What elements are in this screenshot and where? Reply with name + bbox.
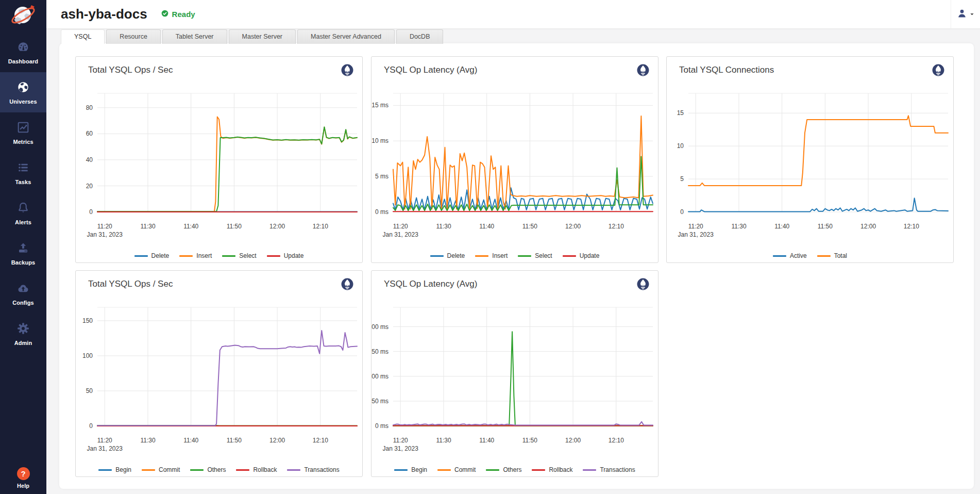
legend-swatch [236,469,249,471]
svg-text:11:50: 11:50 [522,437,537,444]
legend-item-transactions[interactable]: Transactions [583,466,635,473]
legend-item-active[interactable]: Active [773,252,807,259]
tab-resource[interactable]: Resource [106,29,161,44]
chart-canvas-ysql-latency-txn[interactable]: 0 ms50 ms100 ms150 ms200 ms11:2011:3011:… [371,271,659,477]
svg-text:Jan 31, 2023: Jan 31, 2023 [87,445,123,452]
sidebar-item-backups[interactable]: Backups [0,233,46,273]
legend-swatch [583,469,596,471]
svg-text:12:00: 12:00 [269,437,285,444]
svg-text:0 ms: 0 ms [375,208,388,216]
svg-text:15 ms: 15 ms [371,102,388,109]
sidebar-item-tasks[interactable]: Tasks [0,153,46,193]
legend-item-begin[interactable]: Begin [98,466,131,473]
chart-canvas-ysql-ops-txn[interactable]: 05010015011:2011:3011:4011:5012:0012:10J… [76,271,363,477]
legend-swatch [563,255,576,257]
bell-icon [16,201,30,217]
tab-ysql[interactable]: YSQL [61,29,105,44]
chart-icon [16,121,30,136]
legend-swatch [287,469,300,471]
legend-label: Active [790,252,807,259]
svg-text:11:20: 11:20 [97,223,112,230]
legend-swatch [222,255,235,257]
legend-swatch [773,255,786,257]
sidebar-item-alerts[interactable]: Alerts [0,193,46,233]
question-icon: ? [17,467,30,480]
sidebar-item-admin[interactable]: Admin [0,314,46,354]
user-menu[interactable] [951,0,980,28]
tab-master-server-advanced[interactable]: Master Server Advanced [297,29,395,44]
legend-item-rollback[interactable]: Rollback [236,466,277,473]
cloud-upload-icon [16,282,30,297]
svg-text:150 ms: 150 ms [371,348,388,355]
legend-swatch [142,469,155,471]
legend-swatch [267,255,280,257]
sidebar-item-dashboard[interactable]: Dashboard [0,32,46,72]
legend-label: Rollback [253,466,277,473]
legend-item-others[interactable]: Others [486,466,521,473]
header: ash-yba-docs Ready [46,0,980,29]
legend-label: Transactions [600,466,635,473]
legend-swatch [394,469,408,471]
legend-item-update[interactable]: Update [563,252,600,259]
status-badge: Ready [161,9,195,19]
legend-label: Total [834,252,847,259]
legend-label: Update [580,252,600,259]
legend-label: Insert [196,252,212,259]
tab-docdb[interactable]: DocDB [396,29,444,44]
yugabyte-logo-icon[interactable] [10,2,37,29]
svg-text:Jan 31, 2023: Jan 31, 2023 [678,231,714,238]
sidebar-item-label: Configs [12,300,34,306]
check-circle-icon [161,9,169,19]
sidebar-item-metrics[interactable]: Metrics [0,112,46,153]
svg-text:11:50: 11:50 [818,223,833,230]
legend-item-insert[interactable]: Insert [475,252,508,259]
legend-label: Insert [492,252,508,259]
tab-tablet-server[interactable]: Tablet Server [162,29,227,44]
legend-item-commit[interactable]: Commit [437,466,476,473]
legend-swatch [817,255,831,257]
legend-item-transactions[interactable]: Transactions [287,466,339,473]
svg-text:12:00: 12:00 [269,223,285,230]
legend-item-begin[interactable]: Begin [394,466,427,473]
legend-label: Delete [447,252,465,259]
sidebar-item-label: Universes [9,98,37,105]
svg-text:11:40: 11:40 [183,223,198,230]
chart-legend: Delete Insert Select Update [371,252,658,259]
tab-master-server[interactable]: Master Server [229,29,296,44]
globe-icon [16,80,30,96]
legend-item-others[interactable]: Others [190,466,226,473]
sidebar-item-help[interactable]: ? Help [0,467,46,489]
svg-text:0: 0 [89,422,93,430]
legend-item-select[interactable]: Select [222,252,256,259]
legend-item-rollback[interactable]: Rollback [532,466,572,473]
sidebar-item-label: Dashboard [8,58,38,64]
legend-swatch [437,469,451,471]
legend-swatch [532,469,545,471]
svg-text:10 ms: 10 ms [371,137,388,144]
legend-item-delete[interactable]: Delete [430,252,465,259]
svg-text:11:30: 11:30 [731,223,746,230]
legend-swatch [518,255,531,257]
legend-label: Update [284,252,304,259]
chart-canvas-ysql-latency-dml[interactable]: 0 ms5 ms10 ms15 ms11:2011:3011:4011:5012… [371,57,659,264]
sidebar-item-universes[interactable]: Universes [0,72,46,112]
legend-item-total[interactable]: Total [817,252,847,259]
legend-item-update[interactable]: Update [267,252,304,259]
svg-text:12:10: 12:10 [609,437,624,444]
legend-item-commit[interactable]: Commit [142,466,180,473]
legend-item-select[interactable]: Select [518,252,552,259]
chart-canvas-ysql-connections[interactable]: 05101511:2011:3011:4011:5012:0012:10Jan … [667,57,954,264]
svg-text:15: 15 [677,109,684,117]
status-label: Ready [172,10,195,19]
svg-text:40: 40 [86,156,93,163]
chart-canvas-ysql-ops-dml[interactable]: 02040608011:2011:3011:4011:5012:0012:10J… [76,57,363,264]
legend-swatch [134,255,148,257]
gear-icon [16,322,30,337]
sidebar-item-label: Help [17,483,29,489]
svg-text:12:00: 12:00 [565,437,581,444]
legend-item-delete[interactable]: Delete [134,252,170,259]
sidebar-nav: Dashboard Universes Metrics Tasks Alerts… [0,32,46,354]
sidebar-item-configs[interactable]: Configs [0,273,46,314]
svg-text:12:10: 12:10 [313,437,328,444]
legend-item-insert[interactable]: Insert [179,252,212,259]
